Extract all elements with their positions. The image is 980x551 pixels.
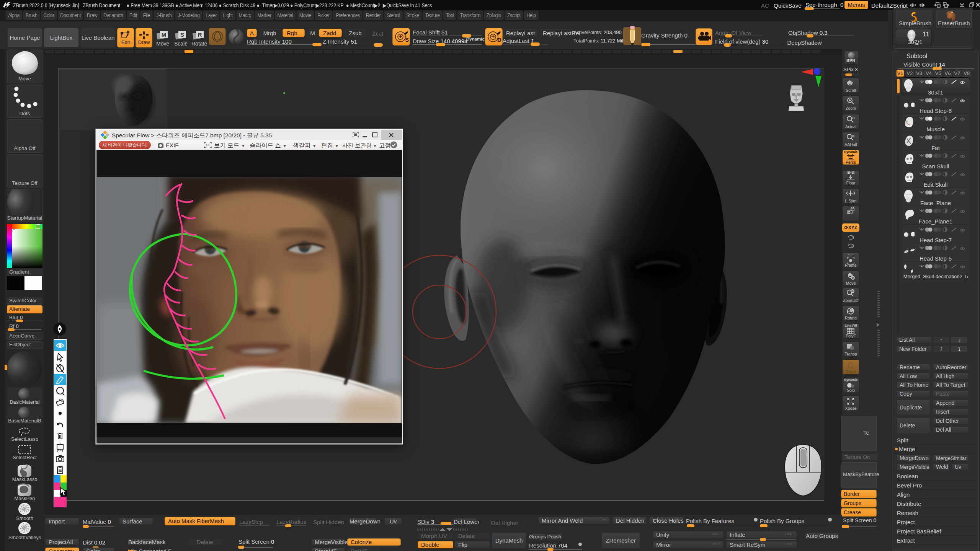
svg-text:Z: Z xyxy=(851,243,854,247)
svg-text:Y: Y xyxy=(851,235,854,239)
svg-text:S: S xyxy=(180,31,184,38)
svg-text:R: R xyxy=(198,31,202,38)
svg-text:S: S xyxy=(405,36,409,43)
svg-text:x1: x1 xyxy=(852,116,855,120)
svg-text:D: D xyxy=(497,36,501,43)
svg-text:M: M xyxy=(162,31,167,38)
